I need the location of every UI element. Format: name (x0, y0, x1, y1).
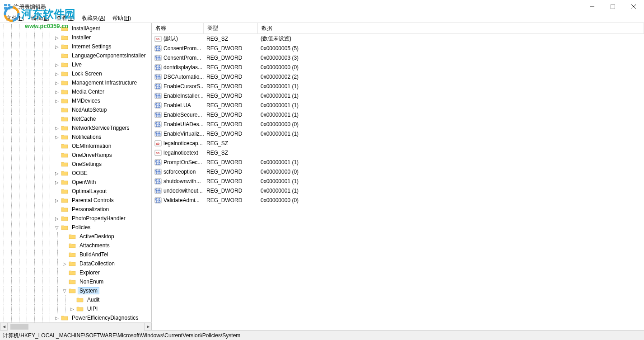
value-row[interactable]: 011110dontdisplaylas...REG_DWORD0x000000… (152, 62, 644, 72)
app-icon (4, 3, 11, 10)
expand-icon[interactable]: ▷ (54, 71, 60, 76)
tree-pane[interactable]: ▷InstallAgent▷Installer▷Internet Setting… (0, 23, 152, 330)
tree-item-parental-controls[interactable]: ▷Parental Controls (0, 196, 151, 205)
value-row[interactable]: 011110DSCAutomatio...REG_DWORD0x00000002… (152, 72, 644, 81)
close-button[interactable] (623, 0, 644, 14)
column-name[interactable]: 名称 (152, 23, 204, 34)
tree-item-personalization[interactable]: ▷Personalization (0, 205, 151, 214)
expand-icon[interactable]: ▷ (54, 62, 60, 67)
minimize-button[interactable] (582, 0, 602, 14)
expand-icon[interactable]: ▷ (54, 80, 60, 85)
value-row[interactable]: 011110PromptOnSec...REG_DWORD0x00000001 … (152, 157, 644, 167)
scroll-right-button[interactable]: ▶ (144, 323, 152, 331)
tree-item-oobe[interactable]: ▷OOBE (0, 169, 151, 178)
tree-item-onedriveramps[interactable]: ▷OneDriveRamps (0, 151, 151, 160)
value-row[interactable]: ablegalnoticetextREG_SZ (152, 148, 644, 157)
value-name: legalnoticecap... (163, 140, 203, 146)
menu-e[interactable]: 编辑(E) (28, 14, 53, 23)
value-row[interactable]: ablegalnoticecap...REG_SZ (152, 138, 644, 148)
tree-item-datacollection[interactable]: ▷DataCollection (0, 259, 151, 268)
value-type: REG_DWORD (204, 158, 258, 166)
tree-item-policies[interactable]: ▽Policies (0, 223, 151, 232)
tree-item-installagent[interactable]: ▷InstallAgent (0, 24, 151, 33)
tree-item-mmdevices[interactable]: ▷MMDevices (0, 96, 151, 105)
tree-item-explorer[interactable]: ▷Explorer (0, 268, 151, 277)
list-body[interactable]: ab(默认)REG_SZ(数值未设置)011110ConsentProm...R… (152, 34, 644, 330)
value-row[interactable]: 011110scforceoptionREG_DWORD0x00000000 (… (152, 167, 644, 176)
tree-item-system[interactable]: ▽System (0, 286, 151, 295)
tree-item-activedesktop[interactable]: ▷ActiveDesktop (0, 232, 151, 241)
menu-a[interactable]: 收藏夹(A) (78, 14, 109, 23)
tree-item-lock-screen[interactable]: ▷Lock Screen (0, 69, 151, 78)
collapse-icon[interactable]: ▽ (54, 225, 60, 230)
svg-text:ab: ab (156, 38, 159, 41)
expand-icon[interactable]: ▷ (54, 198, 60, 203)
tree-item-netcache[interactable]: ▷NetCache (0, 114, 151, 123)
expand-icon[interactable]: ▷ (54, 216, 60, 221)
value-row[interactable]: 011110EnableSecure...REG_DWORD0x00000001… (152, 110, 644, 119)
menu-v[interactable]: 查看(V) (53, 14, 78, 23)
folder-icon (61, 224, 68, 231)
tree-item-audit[interactable]: ▷Audit (0, 295, 151, 304)
column-data[interactable]: 数据 (258, 23, 644, 34)
dword-icon: 011110 (154, 54, 162, 61)
tree-item-languagecomponentsinstaller[interactable]: ▷LanguageComponentsInstaller (0, 51, 151, 60)
dword-icon: 011110 (154, 83, 162, 90)
tree-item-buildandtel[interactable]: ▷BuildAndTel (0, 250, 151, 259)
tree-item-notifications[interactable]: ▷Notifications (0, 132, 151, 142)
menu-h[interactable]: 帮助(H) (109, 14, 135, 23)
tree-item-onesettings[interactable]: ▷OneSettings (0, 160, 151, 169)
tree-item-management-infrastructure[interactable]: ▷Management Infrastructure (0, 78, 151, 87)
value-row[interactable]: 011110ValidateAdmi...REG_DWORD0x00000000… (152, 195, 644, 205)
tree-item-nonenum[interactable]: ▷NonEnum (0, 277, 151, 286)
value-row[interactable]: 011110undockwithout...REG_DWORD0x0000000… (152, 186, 644, 195)
value-row[interactable]: 011110EnableInstaller...REG_DWORD0x00000… (152, 91, 644, 100)
value-row[interactable]: 011110shutdownwith...REG_DWORD0x00000001… (152, 176, 644, 186)
expand-icon[interactable]: ▷ (54, 90, 60, 94)
expand-icon[interactable]: ▷ (54, 316, 60, 321)
expand-icon[interactable]: ▷ (61, 261, 68, 266)
tree-item-ncdautosetup[interactable]: ▷NcdAutoSetup (0, 105, 151, 114)
tree-item-oeminformation[interactable]: ▷OEMInformation (0, 142, 151, 151)
expand-icon[interactable]: ▷ (54, 99, 60, 104)
svg-text:110: 110 (155, 86, 161, 89)
tree-hscroll[interactable]: ◀ ▶ (0, 322, 152, 330)
tree-item-powerefficiencydiagnostics[interactable]: ▷PowerEfficiencyDiagnostics (0, 313, 151, 322)
tree-item-photopropertyhandler[interactable]: ▷PhotoPropertyHandler (0, 214, 151, 223)
tree-item-openwith[interactable]: ▷OpenWith (0, 178, 151, 187)
column-type[interactable]: 类型 (204, 23, 258, 34)
value-name: dontdisplaylas... (163, 64, 202, 71)
expand-icon[interactable]: ▷ (54, 171, 60, 176)
expand-icon[interactable]: ▷ (54, 135, 60, 140)
folder-icon (69, 233, 76, 240)
value-row[interactable]: 011110ConsentProm...REG_DWORD0x00000005 … (152, 43, 644, 53)
expand-icon[interactable]: ▷ (54, 126, 60, 131)
value-row[interactable]: 011110EnableLUAREG_DWORD0x00000001 (1) (152, 100, 644, 110)
expand-icon[interactable]: ▷ (54, 35, 60, 40)
tree-item-optimallayout[interactable]: ▷OptimalLayout (0, 187, 151, 196)
expand-icon[interactable]: ▷ (54, 180, 60, 185)
value-row[interactable]: 011110EnableCursorS...REG_DWORD0x0000000… (152, 81, 644, 91)
value-type: REG_SZ (204, 35, 258, 43)
collapse-icon[interactable]: ▽ (61, 288, 68, 293)
tree-item-installer[interactable]: ▷Installer (0, 33, 151, 42)
tree-item-live[interactable]: ▷Live (0, 60, 151, 69)
menu-f[interactable]: 文件(F) (3, 14, 28, 23)
scroll-thumb[interactable] (10, 324, 28, 330)
expand-icon[interactable]: ▷ (54, 44, 60, 49)
value-row[interactable]: ab(默认)REG_SZ(数值未设置) (152, 34, 644, 43)
value-row[interactable]: 011110EnableVirtualiz...REG_DWORD0x00000… (152, 129, 644, 138)
tree-item-uipi[interactable]: ▷UIPI (0, 304, 151, 313)
value-data: 0x00000001 (1) (258, 130, 644, 138)
tree-item-networkservicetriggers[interactable]: ▷NetworkServiceTriggers (0, 123, 151, 132)
folder-icon (76, 306, 84, 312)
value-row[interactable]: 011110ConsentProm...REG_DWORD0x00000003 … (152, 53, 644, 62)
tree-item-attachments[interactable]: ▷Attachments (0, 241, 151, 250)
tree-item-media-center[interactable]: ▷Media Center (0, 87, 151, 96)
value-row[interactable]: 011110EnableUIADes...REG_DWORD0x00000000… (152, 119, 644, 129)
expand-icon[interactable]: ▷ (69, 307, 75, 312)
tree-item-internet-settings[interactable]: ▷Internet Settings (0, 42, 151, 51)
maximize-button[interactable] (602, 0, 623, 14)
value-type: REG_DWORD (204, 130, 258, 138)
scroll-left-button[interactable]: ◀ (0, 323, 8, 331)
